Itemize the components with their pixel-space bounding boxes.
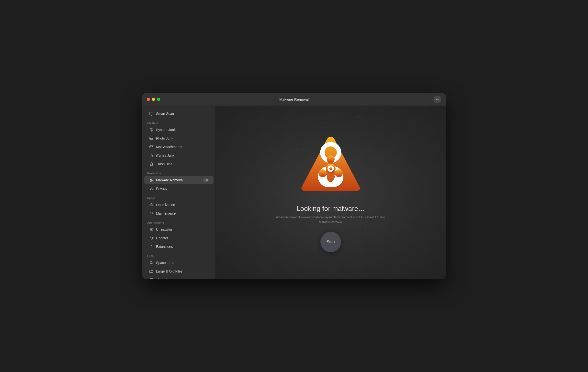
svg-rect-6 [150, 146, 153, 148]
svg-point-45 [329, 167, 332, 170]
itunes-junk-label: iTunes Junk [156, 153, 174, 157]
sidebar-item-malware-removal[interactable]: Malware Removal [144, 176, 214, 184]
main-content: .biohazard-icon { display: none; } .bioh… [216, 106, 446, 279]
scan-module: Malware Removal [319, 220, 342, 224]
mail-attachments-label: Mail Attachments [156, 145, 182, 149]
folder-icon [149, 269, 154, 274]
maintenance-label: Maintenance [156, 211, 176, 215]
space-lens-icon [149, 261, 154, 265]
biohazard-icon [149, 178, 154, 182]
svg-point-41 [335, 169, 343, 177]
optimization-label: Optimization [156, 203, 175, 207]
system-junk-icon [149, 128, 154, 132]
titlebar: Malware Removal •• [142, 93, 446, 106]
svg-point-21 [152, 206, 153, 206]
traffic-lights [147, 98, 160, 101]
sidebar-item-large-old-files[interactable]: Large & Old Files [144, 267, 214, 275]
system-junk-label: System Junk [156, 128, 176, 132]
trash-icon [149, 162, 154, 166]
sidebar-item-space-lens[interactable]: Space Lens [144, 259, 214, 267]
photo-junk-icon [149, 136, 154, 141]
sidebar-item-uninstaller[interactable]: Uninstaller [144, 225, 214, 234]
sidebar-item-privacy[interactable]: Privacy [144, 185, 214, 193]
section-label-speed: Speed [142, 193, 215, 200]
toggle-indicator [203, 178, 209, 182]
section-label-cleanup: Cleanup [142, 118, 215, 125]
extensions-icon [149, 244, 154, 249]
toggle-knob [206, 179, 208, 181]
svg-rect-0 [150, 112, 153, 115]
svg-rect-26 [150, 278, 153, 279]
large-old-files-label: Large & Old Files [156, 269, 182, 273]
sidebar-item-maintenance[interactable]: Maintenance [144, 209, 214, 218]
sidebar-item-extensions[interactable]: Extensions [144, 242, 214, 251]
uninstaller-icon [149, 227, 154, 232]
app-window: Malware Removal •• Smart Scan Cleanup [142, 93, 446, 279]
sidebar-item-smart-scan[interactable]: Smart Scan [144, 109, 214, 118]
optimization-icon [149, 203, 154, 207]
music-icon [149, 153, 154, 158]
sidebar-item-trash-bins[interactable]: Trash Bins [144, 160, 214, 168]
sidebar: Smart Scan Cleanup System Junk [142, 106, 216, 279]
sidebar-item-photo-junk[interactable]: Photo Junk [144, 134, 214, 142]
svg-point-15 [151, 204, 152, 204]
malware-removal-label: Malware Removal [156, 178, 183, 182]
close-button[interactable] [147, 98, 150, 101]
scan-title: Looking for malware… [296, 205, 365, 213]
updater-icon [149, 236, 154, 240]
biohazard-svg [299, 132, 362, 196]
sidebar-item-system-junk[interactable]: System Junk [144, 126, 214, 134]
svg-point-18 [151, 205, 151, 205]
smart-scan-label: Smart Scan [156, 112, 174, 116]
smart-scan-icon [149, 111, 154, 116]
sidebar-item-updater[interactable]: Updater [144, 234, 214, 242]
svg-point-40 [327, 155, 335, 163]
svg-rect-4 [150, 137, 153, 140]
extensions-label: Extensions [156, 245, 173, 249]
section-label-files: Files [142, 251, 215, 258]
uninstaller-label: Uninstaller [156, 228, 172, 231]
svg-point-3 [150, 128, 153, 131]
maximize-button[interactable] [157, 98, 160, 101]
privacy-icon [149, 186, 154, 191]
svg-line-25 [152, 263, 153, 264]
sidebar-item-optimization[interactable]: Optimization [144, 201, 214, 209]
shredder-icon [149, 278, 154, 279]
scan-path: /Users/immovero/Downloads/fat-joe-paymen… [276, 216, 385, 219]
page-title: Malware Removal [279, 97, 309, 101]
maintenance-icon [149, 211, 154, 216]
more-options-button[interactable]: •• [433, 96, 441, 103]
photo-junk-label: Photo Junk [156, 136, 173, 140]
minimize-button[interactable] [152, 98, 155, 101]
sidebar-item-mail-attachments[interactable]: Mail Attachments [144, 143, 214, 151]
sidebar-item-shredder[interactable]: Shredder [144, 276, 214, 279]
section-label-protection: Protection [142, 168, 215, 176]
trash-bins-label: Trash Bins [156, 162, 172, 166]
section-label-applications: Applications [142, 218, 215, 225]
sidebar-item-itunes-junk[interactable]: iTunes Junk [144, 151, 214, 160]
updater-label: Updater [156, 236, 168, 240]
svg-point-12 [151, 180, 152, 181]
mail-icon [149, 145, 154, 149]
privacy-label: Privacy [156, 187, 167, 191]
content-area: Smart Scan Cleanup System Junk [142, 106, 446, 279]
toolbar-right: •• [433, 96, 441, 103]
space-lens-label: Space Lens [156, 261, 174, 265]
svg-point-42 [319, 169, 327, 177]
stop-button[interactable]: Stop [320, 232, 341, 252]
shredder-label: Shredder [156, 278, 170, 279]
biohazard-wrapper [299, 132, 362, 197]
